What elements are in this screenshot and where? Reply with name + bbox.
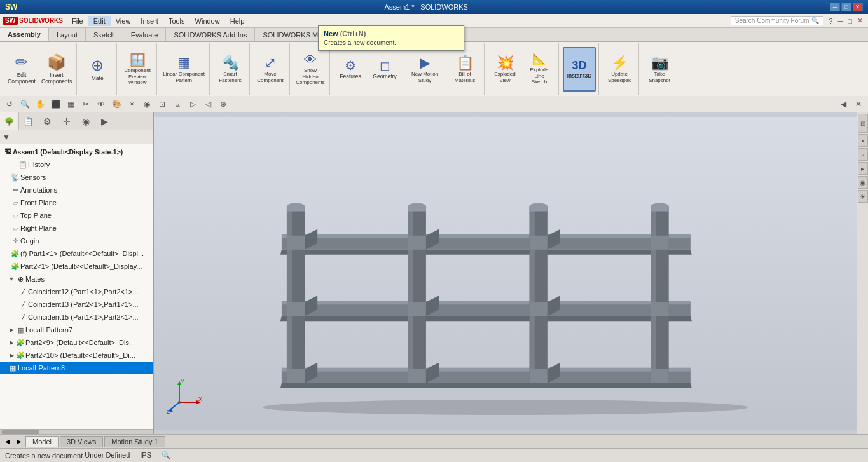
smart-fasteners-button[interactable]: 🔩 SmartFasteners bbox=[214, 47, 247, 92]
sec-hide-btn[interactable]: 👁 bbox=[94, 97, 108, 111]
exploded-view-button[interactable]: 💥 ExplodedView bbox=[488, 47, 521, 92]
tree-item-coincident15[interactable]: ╱ Coincident15 (Part1<1>,Part2<1>... bbox=[0, 311, 153, 323]
menu-window[interactable]: Window bbox=[190, 16, 225, 26]
panel-tab-feature-manager[interactable]: 🌳 bbox=[0, 112, 19, 130]
mate-button[interactable]: ⊕ Mate bbox=[81, 47, 114, 92]
window-close[interactable]: ✕ bbox=[855, 17, 865, 25]
menu-tools[interactable]: Tools bbox=[163, 16, 190, 26]
sec-filter-btn[interactable]: ⊕ bbox=[216, 97, 230, 111]
show-hidden-components-button[interactable]: 👁 ShowHiddenComponents bbox=[294, 47, 327, 92]
tree-item-coincident12[interactable]: ╱ Coincident12 (Part1<1>,Part2<1>... bbox=[0, 285, 153, 298]
sec-realview-btn[interactable]: ◉ bbox=[140, 97, 154, 111]
tab-model[interactable]: Model bbox=[25, 436, 59, 447]
tree-item-part2-1[interactable]: 🧩 Part2<1> (Default<<Default>_Display... bbox=[0, 260, 153, 273]
menu-file[interactable]: File bbox=[67, 16, 88, 26]
window-min[interactable]: ─ bbox=[836, 17, 846, 25]
local-pattern8-label: LocalLPattern8 bbox=[18, 364, 65, 372]
tree-item-right-plane[interactable]: ▱ Right Plane bbox=[0, 222, 153, 234]
sec-display-btn[interactable]: ▦ bbox=[64, 97, 78, 111]
tree-item-top-plane[interactable]: ▱ Top Plane bbox=[0, 209, 153, 222]
sec-section-btn[interactable]: ✂ bbox=[79, 97, 93, 111]
sensors-icon: 📡 bbox=[10, 172, 20, 182]
search-community[interactable]: Search Community Forum 🔍 bbox=[731, 16, 824, 25]
tree-item-history[interactable]: 📋 History bbox=[0, 158, 153, 171]
tree-item-part1[interactable]: 🧩 (f) Part1<1> (Default<<Default>_Displ.… bbox=[0, 247, 153, 260]
panel-tab-config-manager[interactable]: ⚙ bbox=[38, 112, 57, 130]
panel-tab-expand[interactable]: ▶ bbox=[95, 112, 114, 130]
tree-root-item[interactable]: 🏗 Assem1 (Default<Display State-1>) bbox=[0, 146, 153, 158]
panel-tab-property-manager[interactable]: 📋 bbox=[19, 112, 38, 130]
sec-perspective-btn[interactable]: ⟁ bbox=[170, 97, 184, 111]
view-orientation-btn[interactable]: ⊡ bbox=[858, 114, 868, 133]
update-speedpak-button[interactable]: ⚡ UpdateSpeedpak bbox=[603, 47, 636, 92]
menu-help[interactable]: Help bbox=[225, 16, 250, 26]
menu-view[interactable]: View bbox=[111, 16, 136, 26]
menu-edit[interactable]: Edit bbox=[88, 16, 111, 26]
explode-line-sketch-button[interactable]: 📐 ExplodeLineSketch bbox=[523, 47, 556, 92]
viewport[interactable]: Y X Z bbox=[154, 112, 857, 434]
take-snapshot-button[interactable]: 📷 TakeSnapshot bbox=[643, 47, 676, 92]
tab-assembly[interactable]: Assembly bbox=[0, 28, 49, 41]
section-view-btn[interactable]: ▪ bbox=[858, 134, 868, 147]
expand-right-btn[interactable]: ▸ bbox=[858, 162, 868, 175]
tree-item-mates[interactable]: ▼ ⊕ Mates bbox=[0, 273, 153, 285]
window-max[interactable]: □ bbox=[845, 17, 855, 25]
edit-component-button[interactable]: ✏ EditComponent bbox=[5, 47, 38, 92]
tab-layout[interactable]: Layout bbox=[49, 28, 86, 41]
dynamic-annotation-btn[interactable]: ▫ bbox=[858, 148, 868, 161]
tree-item-sensors[interactable]: 📡 Sensors bbox=[0, 171, 153, 184]
part1-icon: 🧩 bbox=[10, 248, 20, 259]
instant3d-button[interactable]: 3D Instant3D bbox=[563, 47, 596, 92]
tab-sketch[interactable]: Sketch bbox=[86, 28, 123, 41]
sec-appearance-btn[interactable]: 🎨 bbox=[109, 97, 123, 111]
new-motion-study-button[interactable]: ▶ New MotionStudy bbox=[408, 47, 441, 92]
tree-item-front-plane[interactable]: ▱ Front Plane bbox=[0, 196, 153, 209]
sec-zoom-btn[interactable]: 🔍 bbox=[18, 97, 32, 111]
sec-sel2-btn[interactable]: ◁ bbox=[201, 97, 215, 111]
bill-of-materials-button[interactable]: 📋 Bill ofMaterials bbox=[448, 47, 481, 92]
tree-item-part2-9[interactable]: ▶ 🧩 Part2<9> (Default<<Default>_Dis... bbox=[0, 336, 153, 349]
move-component-button[interactable]: ⤢ MoveComponent bbox=[254, 47, 287, 92]
nav-next-btn[interactable]: ▶ bbox=[14, 438, 24, 445]
sec-sel1-btn[interactable]: ▷ bbox=[186, 97, 200, 111]
tree-item-coincident13[interactable]: ╱ Coincident13 (Part2<1>,Part1<1>... bbox=[0, 298, 153, 311]
tab-3d-views[interactable]: 3D Views bbox=[60, 436, 103, 447]
tree-item-local-pattern8[interactable]: ▦ LocalLPattern8 bbox=[0, 362, 153, 374]
appearance-btn[interactable]: ◉ bbox=[858, 176, 868, 189]
tree-item-local-pattern7[interactable]: ▶ ▦ LocalLPattern7 bbox=[0, 323, 153, 336]
history-label: History bbox=[28, 161, 50, 168]
help-icon[interactable]: ? bbox=[826, 17, 835, 25]
nav-prev-btn[interactable]: ◀ bbox=[3, 438, 13, 445]
insert-components-button[interactable]: 📦 InsertComponents bbox=[39, 47, 74, 92]
tab-motion-study-1[interactable]: Motion Study 1 bbox=[104, 436, 165, 447]
sec-view-btn[interactable]: ⬛ bbox=[48, 97, 62, 111]
panel-tab-dim-xpert[interactable]: ✛ bbox=[57, 112, 76, 130]
sec-shadow-btn[interactable]: ⊡ bbox=[155, 97, 169, 111]
minimize-button[interactable]: ─ bbox=[830, 3, 840, 11]
component-preview-button[interactable]: 🪟 ComponentPreviewWindow bbox=[121, 47, 154, 92]
filter-icon[interactable]: ▼ bbox=[3, 133, 10, 142]
bom-label: Bill ofMaterials bbox=[455, 71, 475, 83]
sec-close-panel-btn[interactable]: ✕ bbox=[851, 97, 865, 111]
sec-rotate-btn[interactable]: ↺ bbox=[3, 97, 17, 111]
scene-btn[interactable]: ☀ bbox=[858, 190, 868, 203]
tab-evaluate[interactable]: Evaluate bbox=[123, 28, 167, 41]
close-button[interactable]: ✕ bbox=[853, 3, 863, 11]
linear-component-pattern-button[interactable]: ▦ Linear ComponentPattern bbox=[161, 47, 207, 92]
panel-tab-display[interactable]: ◉ bbox=[76, 112, 95, 130]
menu-insert[interactable]: Insert bbox=[135, 16, 163, 26]
features-button[interactable]: ⚙ Features bbox=[334, 47, 367, 92]
edit-component-icon: ✏ bbox=[15, 53, 28, 72]
sec-pan-btn[interactable]: ✋ bbox=[33, 97, 47, 111]
maximize-button[interactable]: □ bbox=[841, 3, 851, 11]
geometry-button[interactable]: ◻ Geometry bbox=[368, 47, 401, 92]
tree-item-origin[interactable]: ✛ Origin bbox=[0, 234, 153, 247]
features-icon: ⚙ bbox=[345, 58, 356, 73]
sec-scene-btn[interactable]: ☀ bbox=[125, 97, 139, 111]
tree-scrollbar-horizontal[interactable] bbox=[0, 429, 153, 434]
tree-item-annotations[interactable]: ✏ Annotations bbox=[0, 184, 153, 196]
tree-item-part2-10[interactable]: ▶ 🧩 Part2<10> (Default<<Default>_Di... bbox=[0, 349, 153, 362]
motion-study-group: ▶ New MotionStudy bbox=[406, 43, 444, 95]
sec-expand-panel-btn[interactable]: ◀ bbox=[836, 97, 850, 111]
tab-solidworks-addins[interactable]: SOLIDWORKS Add-Ins bbox=[166, 28, 255, 41]
